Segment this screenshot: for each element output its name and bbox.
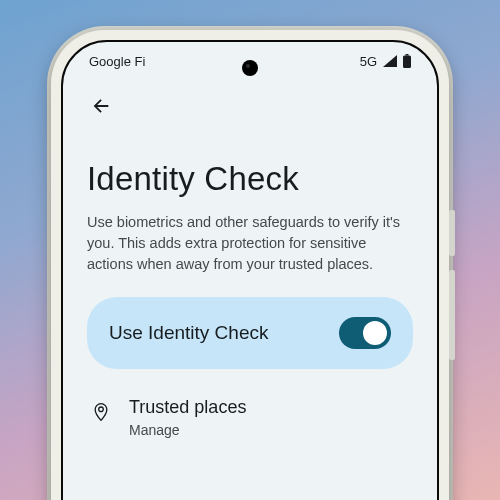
screen: Google Fi 5G Identity Check Use biometri…: [61, 40, 439, 500]
battery-icon: [403, 54, 411, 68]
trusted-places-item[interactable]: Trusted places Manage: [87, 369, 413, 448]
page-title: Identity Check: [87, 160, 413, 198]
svg-rect-1: [403, 56, 411, 69]
toggle-label: Use Identity Check: [109, 322, 268, 344]
front-camera-cutout: [242, 60, 258, 76]
signal-icon: [383, 55, 397, 67]
location-pin-icon: [91, 401, 111, 423]
network-5g-label: 5G: [360, 54, 377, 69]
arrow-back-icon: [90, 95, 112, 117]
list-item-title: Trusted places: [129, 397, 246, 418]
identity-check-toggle-card[interactable]: Use Identity Check: [87, 297, 413, 369]
back-button[interactable]: [81, 86, 121, 126]
volume-up-side-button: [449, 210, 455, 256]
switch-thumb: [363, 321, 387, 345]
carrier-label: Google Fi: [89, 54, 145, 69]
list-item-subtitle: Manage: [129, 422, 246, 438]
phone-frame: Google Fi 5G Identity Check Use biometri…: [51, 30, 449, 500]
svg-rect-0: [406, 54, 409, 56]
identity-check-switch[interactable]: [339, 317, 391, 349]
volume-down-side-button: [449, 270, 455, 360]
page-description: Use biometrics and other safeguards to v…: [87, 212, 413, 275]
